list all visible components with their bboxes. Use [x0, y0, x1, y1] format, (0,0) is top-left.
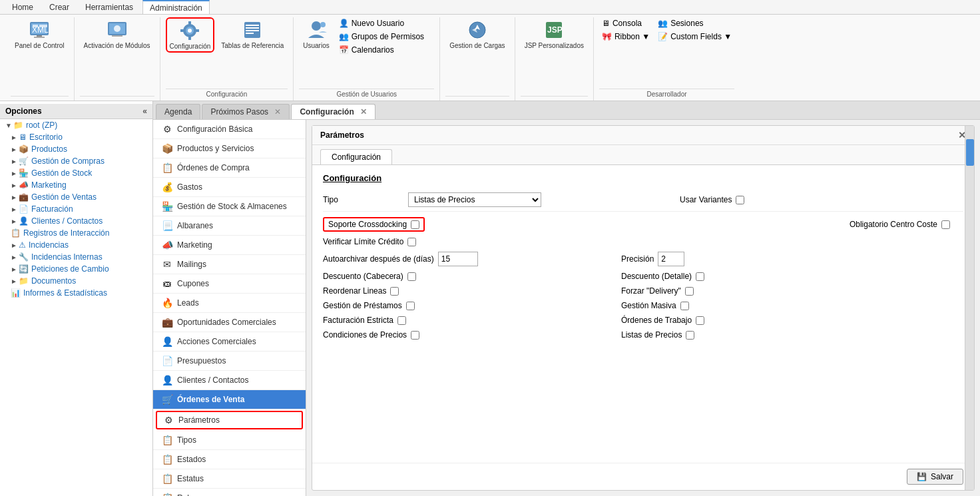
gestion-stock-almacenes-label: Gestión de Stock & Almacenes: [177, 202, 287, 211]
forzar-delivery-check[interactable]: [685, 287, 694, 296]
svg-rect-17: [195, 29, 199, 32]
tab-configuracion-close[interactable]: ✕: [360, 107, 367, 117]
params-tab-configuracion[interactable]: Configuración: [320, 149, 392, 164]
ribbon-group-label-usuarios: Gestión de Usuarios: [299, 89, 434, 98]
tipo-control: Listas de Precios: [408, 192, 541, 207]
ribbon-group-label-activacion: [80, 96, 154, 98]
configuracion-icon: [179, 20, 200, 41]
reordenar-lineas-check[interactable]: [390, 287, 399, 296]
left-menu-productos-servicios[interactable]: 📦 Productos y Servicios: [153, 139, 306, 158]
left-menu-sub-parametros[interactable]: ⚙ Parámetros: [156, 411, 303, 429]
albaranes-icon: 📃: [161, 220, 173, 231]
menu-herramientas[interactable]: Herramientas: [79, 0, 140, 14]
left-menu-oportunidades[interactable]: 💼 Oportunidades Comerciales: [153, 313, 306, 332]
leads-label: Leads: [177, 298, 199, 308]
menu-crear[interactable]: Crear: [43, 0, 76, 14]
descuento-cabecera-check[interactable]: [407, 272, 416, 281]
presupuestos-icon: 📄: [161, 356, 173, 366]
sidebar-item-facturacion[interactable]: ► 📄 Facturación: [0, 203, 152, 215]
sidebar-item-gestion-ventas[interactable]: ► 💼 Gestión de Ventas: [0, 191, 152, 203]
left-menu-clientes-contactos[interactable]: 👤 Clientes / Contactos: [153, 371, 306, 390]
listas-precios-check[interactable]: [686, 331, 694, 340]
ribbon-btn-usuarios[interactable]: Usuarios: [299, 17, 333, 51]
sidebar-item-marketing[interactable]: ► 📣 Marketing: [0, 179, 152, 191]
ordenes-compra-label: Órdenes de Compra: [177, 163, 250, 172]
usar-variantes-check[interactable]: [736, 196, 744, 204]
left-menu-gastos[interactable]: 💰 Gastos: [153, 178, 306, 197]
menu-administracion[interactable]: Administración: [142, 0, 210, 14]
ribbon-btn-activacion[interactable]: Activación de Módulos: [80, 17, 154, 51]
left-menu-ordenes-compra[interactable]: 📋 Órdenes de Compra: [153, 158, 306, 178]
sidebar-item-incidencias[interactable]: ► ⚠ Incidencias: [0, 239, 152, 251]
svg-rect-9: [112, 35, 122, 37]
gestion-masiva-check[interactable]: [680, 302, 689, 310]
precision-input[interactable]: [658, 252, 684, 266]
ribbon-btn-calendarios[interactable]: 📅 Calendarios: [336, 44, 427, 56]
left-menu-config-basica[interactable]: ⚙ Configuración Básica: [153, 120, 306, 139]
registros-icon: 📋: [11, 228, 21, 238]
tipo-select[interactable]: Listas de Precios: [408, 192, 541, 207]
left-menu-sub-estatus[interactable]: 📋 Estatus: [153, 469, 306, 489]
informes-label: Informes & Estadísticas: [23, 288, 107, 298]
presupuestos-label: Presupuestos: [177, 356, 226, 366]
left-menu-gestion-stock-almacenes[interactable]: 🏪 Gestión de Stock & Almacenes: [153, 197, 306, 216]
sidebar-item-incidencias-internas[interactable]: ► 🔧 Incidencias Internas: [0, 251, 152, 263]
sidebar-item-documentos[interactable]: ► 📁 Documentos: [0, 275, 152, 287]
ribbon-btn-sesiones[interactable]: 👥 Sesiones: [655, 17, 734, 29]
left-menu-mailings[interactable]: ✉ Mailings: [153, 255, 306, 274]
ribbon-btn-configuracion[interactable]: Configuración: [166, 17, 215, 53]
left-menu-sub-estados[interactable]: 📋 Estados: [153, 450, 306, 469]
ordenes-trabajo-check[interactable]: [696, 316, 704, 325]
left-menu-leads[interactable]: 🔥 Leads: [153, 294, 306, 313]
gestion-prestamos-check[interactable]: [406, 302, 415, 310]
sidebar-item-gestion-compras[interactable]: ► 🛒 Gestión de Compras: [0, 155, 152, 167]
soporte-crossdocking-check[interactable]: [411, 220, 419, 229]
tab-proximos-pasos-close[interactable]: ✕: [274, 107, 281, 117]
left-menu-sub-tipos[interactable]: 📋 Tipos: [153, 431, 306, 450]
sidebar-collapse-btn[interactable]: «: [142, 107, 147, 116]
marketing-label: Marketing: [31, 180, 67, 190]
ribbon-btn-tablas-ref[interactable]: Tablas de Referencia: [217, 17, 288, 51]
sidebar-item-peticiones[interactable]: ► 🔄 Peticiones de Cambio: [0, 263, 152, 275]
ribbon-btn-jsp[interactable]: JSP JSP Personalizados: [521, 17, 588, 51]
menu-home[interactable]: Home: [5, 0, 40, 14]
tab-proximos-pasos[interactable]: Próximos Pasos ✕: [202, 104, 290, 119]
save-button[interactable]: 💾 Salvar: [907, 469, 963, 485]
sidebar-item-escritorio[interactable]: ► 🖥 Escritorio: [0, 131, 152, 143]
ribbon-btn-grupos-permisos[interactable]: 👥 Grupos de Permisos: [336, 31, 427, 43]
obligatorio-centro-coste-check[interactable]: [941, 220, 950, 229]
left-menu-marketing[interactable]: 📣 Marketing: [153, 236, 306, 255]
sidebar-item-registros[interactable]: 📋 Registros de Interacción: [0, 227, 152, 239]
facturacion-estricta-check[interactable]: [397, 316, 406, 325]
configuracion-label: Configuración: [170, 43, 211, 50]
left-menu-presupuestos[interactable]: 📄 Presupuestos: [153, 352, 306, 371]
sidebar-item-clientes[interactable]: ► 👤 Clientes / Contactos: [0, 215, 152, 227]
descuento-detalle-check[interactable]: [696, 272, 704, 281]
tab-configuracion[interactable]: Configuración ✕: [291, 104, 375, 119]
ribbon-btn-ribbon[interactable]: 🎀 Ribbon ▼: [599, 31, 652, 43]
ribbon-btn-panel-control[interactable]: XML Panel de Control: [11, 17, 69, 51]
ordenes-venta-icon: 🛒: [161, 394, 173, 405]
sidebar-item-productos[interactable]: ► 📦 Productos: [0, 143, 152, 155]
ribbon-btn-consola[interactable]: 🖥 Consola: [599, 17, 652, 29]
sidebar-item-gestion-stock[interactable]: ► 🏪 Gestión de Stock: [0, 167, 152, 179]
svg-rect-22: [246, 33, 254, 34]
verificar-limite-check[interactable]: [407, 238, 416, 246]
right-scrollbar[interactable]: [965, 126, 974, 490]
ribbon-btn-custom-fields[interactable]: 📝 Custom Fields ▼: [655, 31, 734, 43]
sidebar-item-root[interactable]: ▼ 📁 root (ZP): [0, 119, 152, 131]
left-menu-cupones[interactable]: 🎟 Cupones: [153, 274, 306, 294]
left-menu-acciones[interactable]: 👤 Acciones Comerciales: [153, 332, 306, 352]
scrollbar-thumb[interactable]: [966, 139, 974, 166]
gestion-cargas-label: Gestion de Cargas: [449, 42, 505, 49]
ribbon-btn-gestion-cargas[interactable]: Gestion de Cargas: [445, 17, 509, 51]
left-menu-ordenes-venta[interactable]: 🛒 Órdenes de Venta: [153, 390, 306, 409]
condiciones-precios-check[interactable]: [411, 331, 419, 340]
left-menu-albaranes[interactable]: 📃 Albaranes: [153, 216, 306, 236]
left-menu-sub-roles[interactable]: 📋 Roles: [153, 489, 306, 496]
tab-agenda[interactable]: Agenda: [156, 104, 200, 119]
sub-roles-label: Roles: [177, 493, 198, 496]
ribbon-btn-nuevo-usuario[interactable]: 👤 Nuevo Usuario: [336, 17, 427, 29]
sidebar-item-informes[interactable]: 📊 Informes & Estadísticas: [0, 287, 152, 299]
autoarchivar-input[interactable]: [438, 252, 478, 266]
